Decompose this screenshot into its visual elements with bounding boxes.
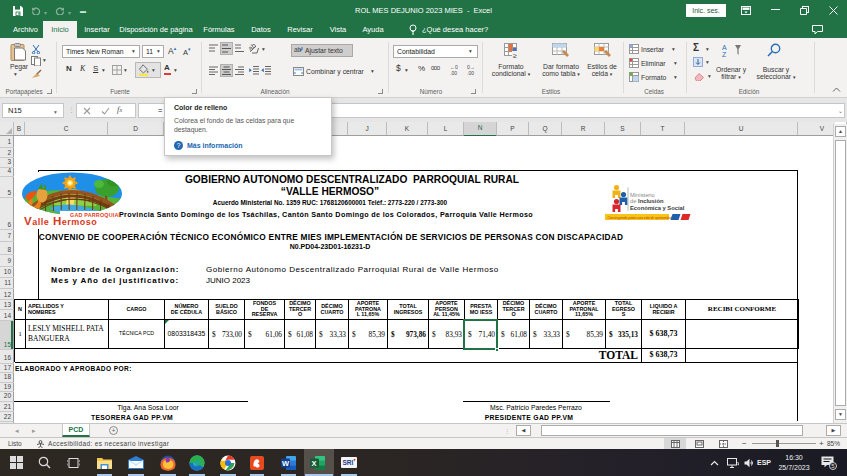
svg-text:.00: .00 [467,70,474,76]
svg-text:X: X [312,459,317,468]
svg-text:W: W [282,459,290,468]
svg-text:.00: .00 [450,70,457,76]
svg-text:A: A [722,44,727,51]
svg-text:ab: ab [249,43,257,52]
svg-text:Económica y Social: Económica y Social [630,205,685,211]
svg-text:Z: Z [722,51,727,58]
svg-text:de Inclusión: de Inclusión [630,198,664,204]
svg-text:?: ? [177,142,181,149]
svg-text:≥: ≥ [513,52,517,59]
svg-text:SRI: SRI [343,459,354,466]
svg-text:Construyendo juntos una vida d: Construyendo juntos una vida de oportuni… [608,216,676,220]
